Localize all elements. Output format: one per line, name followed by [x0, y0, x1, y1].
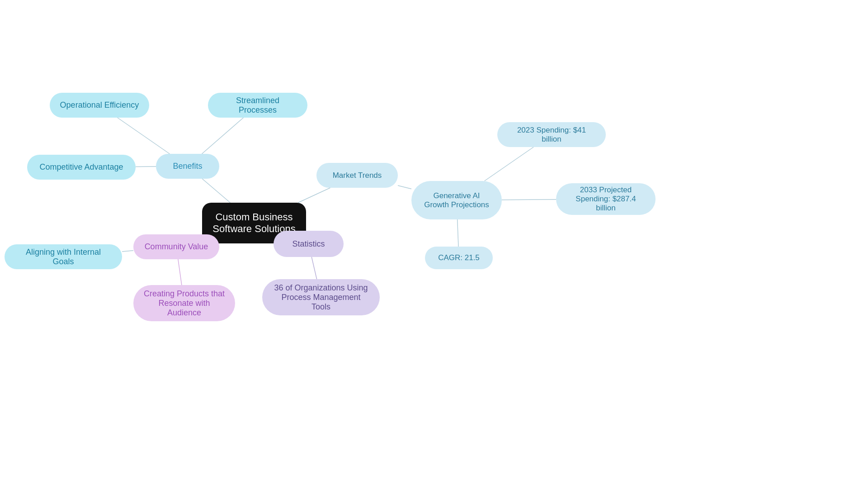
svg-line-0	[202, 179, 230, 203]
svg-line-10	[122, 251, 133, 252]
36-orgs-node: 36 of Organizations Using Process Manage…	[262, 279, 380, 315]
svg-line-8	[458, 219, 458, 247]
statistics-node: Statistics	[274, 231, 344, 257]
spending-2023-node: 2023 Spending: $41 billion	[497, 122, 606, 147]
spending-2033-node: 2033 Projected Spending: $287.4 billion	[556, 183, 656, 215]
operational-efficiency-node: Operational Efficiency	[50, 93, 149, 118]
svg-line-11	[178, 259, 182, 285]
svg-line-2	[202, 118, 244, 154]
svg-line-7	[502, 200, 556, 200]
svg-line-6	[485, 147, 534, 181]
cagr-node: CAGR: 21.5	[425, 247, 493, 269]
aligning-node: Aligning with Internal Goals	[5, 244, 122, 269]
competitive-advantage-node: Competitive Advantage	[27, 155, 136, 180]
benefits-node: Benefits	[156, 154, 219, 179]
streamlined-processes-node: Streamlined Processes	[208, 93, 307, 118]
svg-line-13	[311, 257, 316, 279]
generative-ai-node: Generative AI Growth Projections	[411, 181, 502, 219]
svg-line-5	[398, 186, 411, 189]
market-trends-node: Market Trends	[316, 163, 398, 188]
svg-line-1	[118, 118, 170, 154]
svg-line-4	[298, 188, 330, 203]
community-value-node: Community Value	[133, 234, 219, 259]
creating-products-node: Creating Products that Resonate with Aud…	[133, 285, 235, 321]
